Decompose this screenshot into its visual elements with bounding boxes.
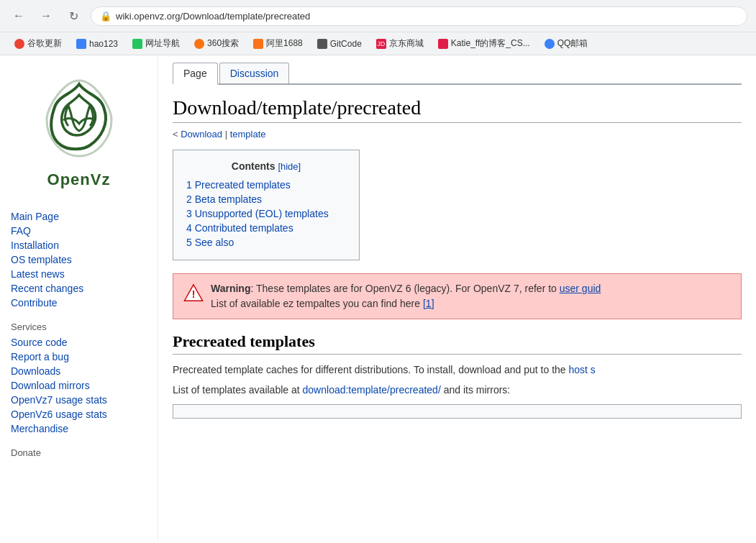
host-s-link[interactable]: host s — [568, 364, 595, 375]
back-button[interactable]: ← — [9, 6, 29, 26]
services-section-title: Services — [11, 321, 147, 332]
browser-chrome: ← → ↻ 🔒 wiki.openvz.org/Download/templat… — [0, 0, 756, 55]
contents-item-4[interactable]: 4 Contributed templates — [186, 221, 346, 235]
address-bar[interactable]: 🔒 wiki.openvz.org/Download/template/prec… — [91, 6, 747, 26]
lock-icon: 🔒 — [100, 11, 111, 22]
contents-hide[interactable]: [hide] — [278, 161, 301, 172]
bookmark-jd[interactable]: JD 京东商城 — [370, 35, 429, 52]
bookmark-nav[interactable]: 网址导航 — [127, 35, 186, 52]
main-content: Page Discussion Download/template/precre… — [158, 55, 756, 541]
bookmark-icon-360 — [194, 39, 204, 49]
bookmarks-bar: 谷歌更新 hao123 网址导航 360搜索 阿里1688 GitCode JD… — [0, 32, 756, 55]
sidebar-item-main-page[interactable]: Main Page — [11, 209, 147, 224]
bookmark-icon-nav — [132, 39, 142, 49]
sidebar-nav: Main Page FAQ Installation OS templates … — [11, 209, 147, 458]
page-title: Download/template/precreated — [173, 96, 742, 123]
bookmark-icon-google — [14, 39, 24, 49]
bookmark-360[interactable]: 360搜索 — [188, 35, 245, 52]
sidebar-item-os-templates[interactable]: OS templates — [11, 252, 147, 267]
donate-section-title: Donate — [11, 447, 147, 458]
sidebar-item-source-code[interactable]: Source code — [11, 335, 147, 350]
tab-page[interactable]: Page — [173, 63, 218, 85]
sidebar-item-contribute[interactable]: Contribute — [11, 296, 147, 310]
section-precreated-para2: List of templates available at download:… — [173, 382, 742, 398]
warning-text: Warning: These templates are for OpenVZ … — [211, 281, 601, 311]
svg-text:!: ! — [192, 288, 196, 300]
breadcrumb-prefix: < — [173, 129, 181, 140]
reload-button[interactable]: ↻ — [63, 6, 83, 26]
sidebar-item-latest-news[interactable]: Latest news — [11, 267, 147, 281]
tab-discussion[interactable]: Discussion — [219, 63, 290, 83]
sidebar-item-openvz7-stats[interactable]: OpenVz7 usage stats — [11, 393, 147, 407]
bookmark-icon-jd: JD — [376, 39, 386, 49]
breadcrumb-template[interactable]: template — [230, 129, 266, 140]
bookmark-icon-katie — [438, 39, 448, 49]
breadcrumb-download[interactable]: Download — [181, 129, 222, 140]
sidebar-item-recent-changes[interactable]: Recent changes — [11, 281, 147, 296]
bookmark-hao123[interactable]: hao123 — [70, 37, 124, 51]
warning-link-2[interactable]: [1] — [423, 298, 434, 309]
bookmark-katie[interactable]: Katie_ff的博客_CS... — [432, 35, 536, 52]
download-template-link[interactable]: download:template/precreated/ — [303, 384, 441, 396]
sidebar: OpenVz Main Page FAQ Installation OS tem… — [0, 55, 158, 541]
bookmark-gitcode[interactable]: GitCode — [311, 37, 368, 51]
contents-item-5[interactable]: 5 See also — [186, 235, 346, 250]
bookmark-google-update[interactable]: 谷歌更新 — [9, 35, 68, 52]
page-tabs: Page Discussion — [173, 55, 742, 85]
bookmark-icon-1688 — [253, 39, 263, 49]
bookmark-1688[interactable]: 阿里1688 — [247, 35, 309, 52]
bookmark-icon-qq — [545, 39, 555, 49]
sidebar-item-faq[interactable]: FAQ — [11, 224, 147, 238]
contents-list: 1 Precreated templates 2 Beta templates … — [186, 178, 346, 250]
url-text: wiki.openvz.org/Download/template/precre… — [116, 11, 310, 22]
logo-text: OpenVz — [47, 170, 111, 189]
contents-item-3[interactable]: 3 Unsupported (EOL) templates — [186, 206, 346, 221]
breadcrumb-sep: | — [225, 129, 230, 140]
contents-title: Contents — [232, 160, 275, 172]
browser-toolbar: ← → ↻ 🔒 wiki.openvz.org/Download/templat… — [0, 0, 756, 32]
table-start — [173, 404, 742, 419]
page-wrapper: OpenVz Main Page FAQ Installation OS tem… — [0, 55, 756, 541]
contents-box: Contents [hide] 1 Precreated templates 2… — [173, 150, 360, 260]
sidebar-item-merchandise[interactable]: Merchandise — [11, 421, 147, 436]
sidebar-item-installation[interactable]: Installation — [11, 238, 147, 252]
bookmark-icon-gitcode — [317, 39, 327, 49]
section-precreated-para1: Precreated template caches for different… — [173, 362, 742, 378]
section-precreated-title: Precreated templates — [173, 332, 742, 355]
warning-icon: ! — [183, 283, 204, 303]
contents-item-1[interactable]: 1 Precreated templates — [186, 178, 346, 192]
openvz-logo-svg — [29, 70, 129, 170]
breadcrumb: < Download | template — [173, 129, 742, 140]
bookmark-icon-hao123 — [76, 39, 86, 49]
logo-area: OpenVz — [11, 63, 147, 204]
warning-box: ! Warning: These templates are for OpenV… — [173, 273, 742, 319]
warning-text-2: List of available ez tempaltes you can f… — [211, 298, 423, 309]
bookmark-qq[interactable]: QQ邮箱 — [539, 35, 594, 52]
warning-text-1: : These templates are for OpenVZ 6 (lega… — [250, 283, 559, 294]
contents-item-2[interactable]: 2 Beta templates — [186, 192, 346, 206]
forward-button[interactable]: → — [36, 6, 56, 26]
warning-link-1[interactable]: user guid — [560, 283, 601, 294]
sidebar-item-report-bug[interactable]: Report a bug — [11, 350, 147, 364]
sidebar-item-openvz6-stats[interactable]: OpenVz6 usage stats — [11, 407, 147, 421]
warning-bold: Warning — [211, 283, 250, 294]
sidebar-item-download-mirrors[interactable]: Download mirrors — [11, 378, 147, 393]
contents-header: Contents [hide] — [186, 160, 346, 172]
sidebar-item-downloads[interactable]: Downloads — [11, 364, 147, 378]
